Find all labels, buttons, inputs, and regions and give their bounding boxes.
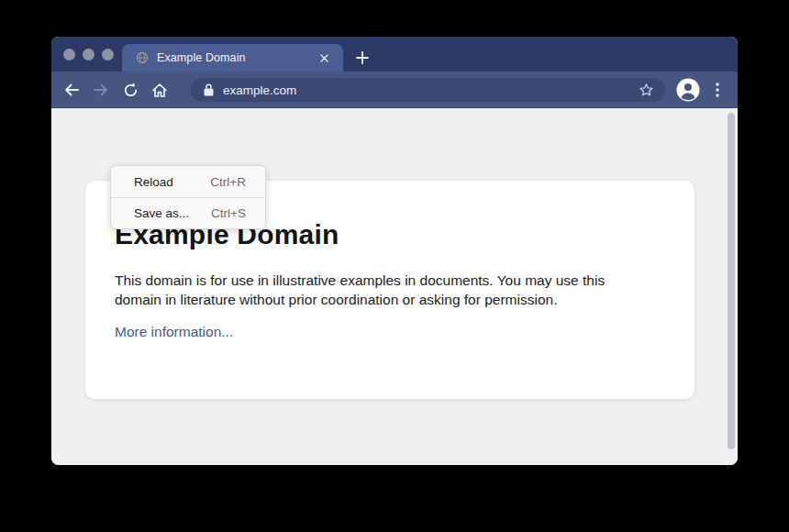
kebab-menu-icon bbox=[716, 83, 719, 97]
menu-item-shortcut: Ctrl+S bbox=[211, 206, 246, 220]
profile-button[interactable] bbox=[676, 78, 700, 102]
context-menu: Reload Ctrl+R Save as... Ctrl+S bbox=[110, 165, 266, 229]
menu-item-reload[interactable]: Reload Ctrl+R bbox=[111, 166, 265, 197]
close-icon[interactable] bbox=[316, 50, 332, 66]
toolbar: example.com bbox=[51, 72, 738, 108]
address-url: example.com bbox=[223, 83, 639, 97]
page-paragraph: This domain is for use in illustrative e… bbox=[115, 271, 650, 310]
window-minimize-button[interactable] bbox=[83, 49, 94, 61]
star-icon[interactable] bbox=[639, 83, 654, 98]
vertical-scrollbar[interactable] bbox=[728, 113, 735, 449]
window-zoom-button[interactable] bbox=[102, 49, 114, 61]
reload-icon bbox=[123, 83, 139, 98]
home-button[interactable] bbox=[149, 79, 171, 101]
address-bar[interactable]: example.com bbox=[191, 78, 665, 102]
browser-menu-button[interactable] bbox=[708, 79, 727, 101]
menu-item-label: Save as... bbox=[134, 206, 189, 220]
home-icon bbox=[151, 83, 168, 98]
window-close-button[interactable] bbox=[63, 49, 75, 61]
browser-window: Example Domain bbox=[51, 37, 738, 465]
tab-example-domain[interactable]: Example Domain bbox=[122, 44, 343, 72]
titlebar: Example Domain bbox=[51, 37, 738, 72]
plus-icon bbox=[356, 51, 369, 64]
tab-title: Example Domain bbox=[157, 51, 316, 64]
menu-item-label: Reload bbox=[134, 175, 173, 189]
new-tab-button[interactable] bbox=[352, 48, 372, 68]
forward-icon bbox=[93, 83, 109, 97]
menu-item-shortcut: Ctrl+R bbox=[210, 175, 246, 189]
menu-item-save-as[interactable]: Save as... Ctrl+S bbox=[111, 197, 265, 228]
traffic-lights bbox=[63, 49, 114, 61]
globe-favicon-icon bbox=[136, 51, 149, 64]
reload-button[interactable] bbox=[119, 79, 141, 101]
avatar-icon bbox=[676, 78, 700, 102]
more-information-link[interactable]: More information... bbox=[115, 324, 233, 340]
page-content: Example Domain This domain is for use in… bbox=[51, 108, 738, 465]
forward-button[interactable] bbox=[90, 79, 112, 101]
back-button[interactable] bbox=[61, 79, 83, 101]
lock-icon bbox=[204, 83, 214, 96]
back-icon bbox=[63, 83, 80, 97]
